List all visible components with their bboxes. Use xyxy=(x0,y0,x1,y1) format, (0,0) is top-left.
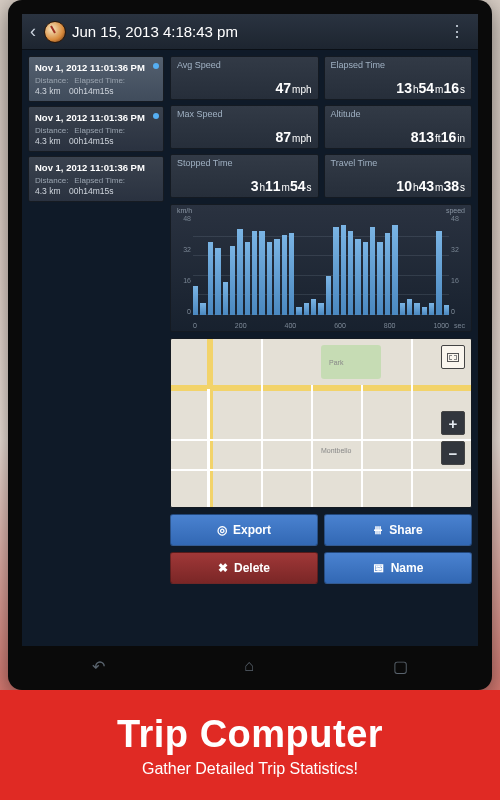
chart-bar xyxy=(355,239,360,315)
chart-bar xyxy=(252,231,257,315)
chart-bar xyxy=(200,303,205,315)
map-road xyxy=(171,385,471,391)
name-button[interactable]: 📅︎Name xyxy=(324,552,472,584)
chart-bar xyxy=(289,233,294,315)
map-zoom-in-button[interactable]: + xyxy=(441,411,465,435)
export-button[interactable]: ◎Export xyxy=(170,514,318,546)
chart-bar xyxy=(422,307,427,315)
action-buttons: ◎Export ⧻Share ✖Delete 📅︎Name xyxy=(170,514,472,584)
app-screen: ‹ Jun 15, 2013 4:18:43 pm ⋮ Nov 1, 2012 … xyxy=(22,14,478,646)
map-street xyxy=(171,469,471,471)
trip-item[interactable]: Nov 1, 2012 11:01:36 PM Distance:Elapsed… xyxy=(28,106,164,152)
map-label: Park xyxy=(329,359,343,366)
chart-bar xyxy=(311,299,316,315)
chart-bar xyxy=(370,227,375,315)
map-street xyxy=(261,339,263,507)
chart-bar xyxy=(259,231,264,315)
map-layers-button[interactable] xyxy=(441,345,465,369)
nav-recent-icon[interactable]: ▢ xyxy=(393,657,408,676)
stat-elapsed-time: Elapsed Time 13h54m16s xyxy=(324,56,473,100)
x-axis-ticks: 02004006008001000 xyxy=(193,322,449,329)
stats-grid: Avg Speed 47mph Elapsed Time 13h54m16s M… xyxy=(170,56,472,198)
chart-bar xyxy=(245,242,250,316)
nav-home-icon[interactable]: ⌂ xyxy=(244,657,254,675)
chart-bar xyxy=(215,248,220,315)
chart-bar xyxy=(326,276,331,315)
chart-bar xyxy=(304,303,309,315)
chart-bar xyxy=(385,233,390,315)
main-content: Nov 1, 2012 11:01:36 PM Distance:Elapsed… xyxy=(22,50,478,646)
map-street xyxy=(171,439,471,441)
trip-list: Nov 1, 2012 11:01:36 PM Distance:Elapsed… xyxy=(28,56,164,640)
map-street xyxy=(411,339,413,507)
map-label: Montbello xyxy=(321,447,351,454)
trip-timestamp: Nov 1, 2012 11:01:36 PM xyxy=(35,162,157,173)
app-icon[interactable] xyxy=(44,21,66,43)
trip-timestamp: Nov 1, 2012 11:01:36 PM xyxy=(35,62,157,73)
stat-max-speed: Max Speed 87mph xyxy=(170,105,319,149)
map-street xyxy=(311,385,313,507)
chart-bar xyxy=(282,235,287,315)
tablet-frame: ‹ Jun 15, 2013 4:18:43 pm ⋮ Nov 1, 2012 … xyxy=(8,0,492,690)
page-title: Jun 15, 2013 4:18:43 pm xyxy=(72,23,238,40)
nav-back-icon[interactable]: ↶ xyxy=(92,657,105,676)
close-icon: ✖ xyxy=(218,561,228,575)
share-button[interactable]: ⧻Share xyxy=(324,514,472,546)
delete-button[interactable]: ✖Delete xyxy=(170,552,318,584)
chart-bars xyxy=(193,217,449,315)
chart-bar xyxy=(392,225,397,315)
trip-timestamp: Nov 1, 2012 11:01:36 PM xyxy=(35,112,157,123)
map-road xyxy=(207,389,210,507)
detail-pane: Avg Speed 47mph Elapsed Time 13h54m16s M… xyxy=(170,56,472,640)
map-zoom-out-button[interactable]: − xyxy=(441,441,465,465)
promo-banner: Trip Computer Gather Detailed Trip Stati… xyxy=(0,690,500,800)
speed-chart: km/h speed 4832160 4832160 0200400600800… xyxy=(170,204,472,332)
trip-item[interactable]: Nov 1, 2012 11:01:36 PM Distance:Elapsed… xyxy=(28,156,164,202)
system-nav-bar: ↶ ⌂ ▢ xyxy=(22,650,478,682)
y-axis-ticks-right: 4832160 xyxy=(451,215,467,315)
stat-travel-time: Travel Time 10h43m38s xyxy=(324,154,473,198)
overflow-menu-icon[interactable]: ⋮ xyxy=(443,22,472,41)
stat-stopped-time: Stopped Time 3h11m54s xyxy=(170,154,319,198)
share-icon: ⧻ xyxy=(373,523,383,537)
promo-title: Trip Computer xyxy=(117,713,383,756)
chart-bar xyxy=(193,286,198,315)
chart-bar xyxy=(223,282,228,315)
map-street xyxy=(361,385,363,507)
chart-bar xyxy=(377,242,382,316)
chart-bar xyxy=(341,225,346,315)
back-icon[interactable]: ‹ xyxy=(28,21,38,42)
active-dot-icon xyxy=(153,63,159,69)
active-dot-icon xyxy=(153,113,159,119)
promo-subtitle: Gather Detailed Trip Statistics! xyxy=(142,760,358,778)
chart-bar xyxy=(296,307,301,315)
chart-bar xyxy=(407,299,412,315)
chart-bar xyxy=(436,231,441,315)
chart-bar xyxy=(400,303,405,315)
x-axis-label: sec xyxy=(454,322,465,329)
trip-item[interactable]: Nov 1, 2012 11:01:36 PM Distance:Elapsed… xyxy=(28,56,164,102)
chart-bar xyxy=(237,229,242,315)
chart-bar xyxy=(414,303,419,315)
calendar-icon: 📅︎ xyxy=(373,561,385,575)
chart-bar xyxy=(363,242,368,316)
chart-bar xyxy=(348,231,353,315)
chart-bar xyxy=(230,246,235,315)
export-icon: ◎ xyxy=(217,523,227,537)
header-bar: ‹ Jun 15, 2013 4:18:43 pm ⋮ xyxy=(22,14,478,50)
chart-bar xyxy=(318,303,323,315)
chart-bar xyxy=(274,239,279,315)
chart-bar xyxy=(267,242,272,316)
y-axis-right-label: speed xyxy=(446,207,465,214)
y-axis-ticks-left: 4832160 xyxy=(175,215,191,315)
chart-bar xyxy=(333,227,338,315)
chart-bar xyxy=(429,303,434,315)
trip-map[interactable]: Park Montbello + − xyxy=(170,338,472,508)
y-axis-left-label: km/h xyxy=(177,207,192,214)
chart-bar xyxy=(208,242,213,316)
stat-avg-speed: Avg Speed 47mph xyxy=(170,56,319,100)
chart-bar xyxy=(444,305,449,315)
stat-altitude: Altitude 813ft16in xyxy=(324,105,473,149)
